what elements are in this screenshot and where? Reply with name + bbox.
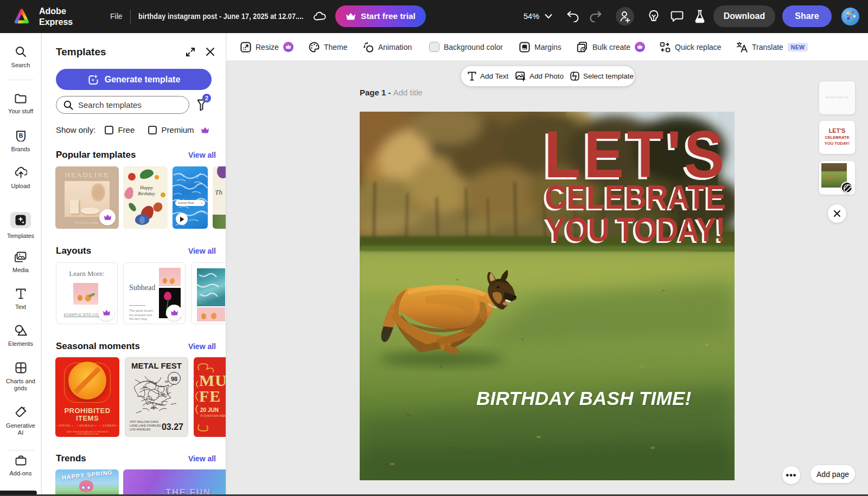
svg-text:B: B [18, 132, 23, 139]
